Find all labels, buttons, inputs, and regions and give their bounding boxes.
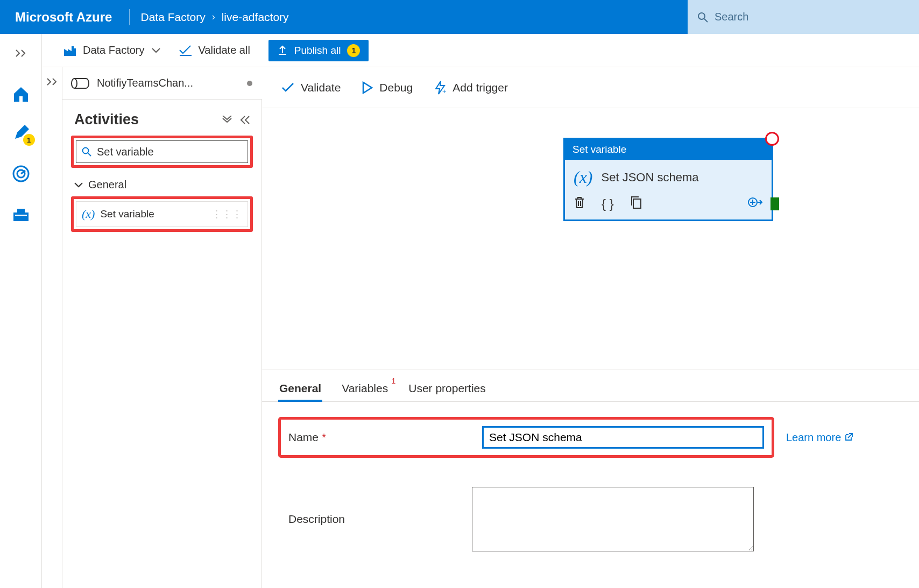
- svg-point-0: [698, 13, 705, 19]
- svg-rect-7: [15, 215, 27, 216]
- node-type-label: Set variable: [565, 139, 772, 160]
- factory-label: Data Factory: [83, 44, 144, 56]
- publish-all-button[interactable]: Publish all 1: [268, 40, 369, 61]
- activity-group-general[interactable]: General: [62, 173, 261, 196]
- svg-point-9: [72, 79, 77, 88]
- publish-all-label: Publish all: [294, 45, 341, 56]
- name-label: Name *: [288, 431, 482, 444]
- unsaved-indicator-icon: [247, 81, 252, 86]
- left-icon-rail: 1: [0, 34, 42, 588]
- activity-search-input[interactable]: [97, 146, 242, 158]
- tab-collapse-strip[interactable]: [42, 67, 62, 588]
- drag-grip-icon[interactable]: ⋮⋮⋮: [211, 208, 242, 221]
- home-icon[interactable]: [11, 84, 31, 104]
- brand-label[interactable]: Microsoft Azure: [15, 10, 112, 25]
- svg-rect-6: [17, 209, 25, 212]
- global-search-input[interactable]: [715, 11, 919, 23]
- svg-line-11: [88, 153, 91, 157]
- tab-user-properties[interactable]: User properties: [407, 378, 487, 401]
- author-badge: 1: [23, 134, 35, 146]
- chevron-right-icon: ›: [212, 11, 215, 23]
- annotation-search-box: [71, 136, 253, 168]
- svg-text:+: +: [442, 87, 446, 95]
- validate-button[interactable]: Validate: [281, 81, 341, 94]
- debug-label: Debug: [379, 81, 413, 94]
- monitor-icon[interactable]: [11, 164, 31, 183]
- activity-item-set-variable[interactable]: (x) Set variable ⋮⋮⋮: [76, 201, 248, 227]
- play-icon: [362, 81, 373, 94]
- search-icon: [82, 147, 91, 157]
- hide-panel-icon[interactable]: [240, 116, 250, 124]
- annotation-name-row: Name *: [278, 417, 774, 458]
- collapse-tabs-icon: [46, 78, 58, 86]
- tab-general-label: General: [279, 382, 321, 394]
- publish-count-badge: 1: [347, 44, 360, 57]
- checkmark-icon: [281, 83, 294, 93]
- variable-icon: (x): [574, 167, 593, 187]
- name-input[interactable]: [482, 426, 764, 449]
- property-panel: General Variables1 User properties Name …: [262, 370, 919, 588]
- external-link-icon: [844, 433, 853, 442]
- required-asterisk-icon: *: [322, 431, 326, 444]
- validate-label: Validate: [301, 81, 341, 94]
- braces-icon[interactable]: { }: [602, 196, 614, 211]
- collapse-rail-button[interactable]: [11, 44, 31, 63]
- azure-top-header: Microsoft Azure Data Factory › live-adfa…: [0, 0, 919, 34]
- factory-icon: [63, 45, 77, 56]
- canvas-node-set-variable[interactable]: Set variable (x) Set JSON schema { }: [563, 138, 773, 221]
- chevron-down-icon: [74, 182, 83, 188]
- pipeline-tab-label: NotifiyTeamsChan...: [97, 77, 193, 89]
- annotation-activity-item: (x) Set variable ⋮⋮⋮: [71, 196, 253, 232]
- learn-more-link[interactable]: Learn more: [786, 431, 853, 444]
- trigger-icon: +: [434, 81, 446, 95]
- breadcrumb-resource[interactable]: live-adfactory: [222, 11, 289, 24]
- description-input[interactable]: [472, 487, 754, 551]
- activities-panel: Activities Genera: [62, 100, 262, 588]
- activity-item-label: Set variable: [100, 208, 154, 220]
- delete-node-icon[interactable]: [574, 196, 585, 212]
- canvas-toolbar: Validate Debug + Add trigger: [262, 67, 919, 108]
- search-icon: [697, 12, 708, 23]
- variable-icon: (x): [82, 207, 95, 221]
- factory-selector[interactable]: Data Factory: [63, 44, 160, 56]
- svg-line-1: [704, 19, 708, 22]
- header-divider: [129, 9, 130, 25]
- svg-rect-5: [13, 212, 29, 221]
- tab-variables[interactable]: Variables1: [341, 378, 389, 401]
- pipeline-canvas[interactable]: Set variable (x) Set JSON schema { }: [262, 108, 919, 370]
- node-body: (x) Set JSON schema { }: [565, 160, 772, 219]
- svg-point-10: [83, 148, 89, 154]
- validate-all-label: Validate all: [198, 44, 250, 56]
- tab-variables-badge: 1: [391, 377, 395, 385]
- name-label-text: Name: [288, 431, 319, 444]
- global-search[interactable]: [688, 0, 919, 34]
- description-label: Description: [278, 513, 472, 526]
- upload-icon: [277, 45, 288, 56]
- add-trigger-button[interactable]: + Add trigger: [434, 81, 508, 95]
- breadcrumb-root[interactable]: Data Factory: [140, 11, 205, 24]
- chevron-down-icon: [152, 48, 160, 53]
- copy-node-icon[interactable]: [630, 196, 642, 212]
- node-success-handle[interactable]: [770, 197, 779, 210]
- tab-user-label: User properties: [408, 382, 486, 394]
- validate-all-button[interactable]: Validate all: [179, 44, 250, 56]
- tab-general[interactable]: General: [278, 378, 322, 401]
- activities-title: Activities: [74, 111, 139, 128]
- property-tabs: General Variables1 User properties: [262, 378, 919, 402]
- checkmark-underline-icon: [179, 45, 193, 56]
- tab-variables-label: Variables: [342, 382, 388, 394]
- command-toolbar: Data Factory Validate all Publish all 1: [42, 34, 919, 67]
- activity-search[interactable]: [76, 140, 248, 163]
- manage-icon[interactable]: [11, 205, 31, 224]
- author-icon[interactable]: 1: [11, 123, 31, 143]
- collapse-all-icon[interactable]: [222, 116, 232, 123]
- node-status-icon: [765, 132, 779, 146]
- pipeline-tab[interactable]: NotifiyTeamsChan...: [62, 67, 262, 100]
- learn-more-label: Learn more: [786, 431, 841, 444]
- svg-rect-13: [633, 199, 641, 208]
- activity-group-label: General: [88, 179, 126, 191]
- debug-button[interactable]: Debug: [362, 81, 413, 94]
- add-output-icon[interactable]: [748, 196, 763, 211]
- node-name-label: Set JSON schema: [602, 171, 699, 185]
- pipeline-icon: [71, 77, 89, 89]
